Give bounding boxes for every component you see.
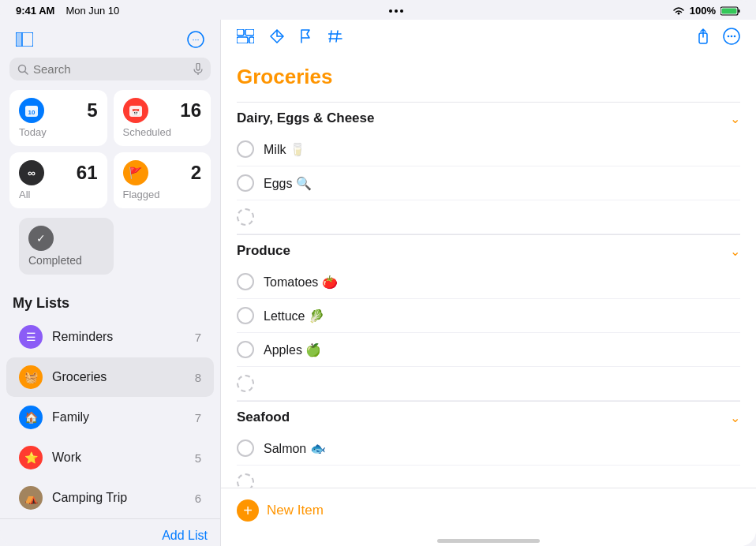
- list-item-camping[interactable]: ⛺ Camping Trip 6: [6, 478, 214, 518]
- apples-checkbox[interactable]: [237, 341, 254, 358]
- all-label: All: [19, 189, 98, 200]
- eggs-checkbox[interactable]: [237, 174, 254, 192]
- smart-card-all[interactable]: ∞ 61 All: [9, 152, 107, 208]
- content-toolbar: [221, 20, 756, 57]
- svg-rect-2: [722, 8, 737, 13]
- svg-line-22: [336, 31, 338, 42]
- today-count: 5: [87, 99, 97, 122]
- smart-card-scheduled[interactable]: 📅 16 Scheduled: [114, 90, 211, 146]
- sidebar-more-icon[interactable]: ···: [184, 28, 208, 51]
- flag-icon[interactable]: [300, 29, 313, 47]
- seafood-add-row[interactable]: [237, 466, 740, 488]
- svg-rect-3: [16, 32, 22, 47]
- completed-icon: ✓: [28, 226, 54, 251]
- all-icon: ∞: [19, 160, 44, 185]
- sidebar: ···: [0, 20, 221, 546]
- lettuce-checkbox[interactable]: [237, 307, 254, 324]
- tomatoes-row[interactable]: Tomatoes 🍅: [237, 265, 740, 299]
- completed-label: Completed: [28, 254, 82, 267]
- list-item-work[interactable]: ⭐ Work 5: [6, 438, 214, 477]
- seafood-title: Seafood: [237, 410, 290, 425]
- eggs-row[interactable]: Eggs 🔍: [237, 166, 740, 200]
- wifi-icon: [672, 6, 685, 16]
- lettuce-text: Lettuce 🥬: [264, 309, 740, 323]
- status-bar: 9:41 AM Mon Jun 10 100%: [0, 0, 756, 20]
- apples-row[interactable]: Apples 🍏: [237, 333, 740, 367]
- completed-item[interactable]: ✓ Completed: [19, 218, 114, 275]
- grid-icon[interactable]: [237, 29, 254, 47]
- produce-header: Produce ⌄: [237, 234, 740, 265]
- home-indicator: [221, 533, 756, 546]
- family-icon: 🏠: [19, 406, 43, 429]
- section-dairy: Dairy, Eggs & Cheese ⌄ Milk 🥛 Eggs 🔍: [237, 102, 740, 234]
- seafood-add-circle[interactable]: [237, 473, 254, 488]
- more-icon[interactable]: [723, 28, 740, 49]
- dairy-add-circle[interactable]: [237, 208, 254, 226]
- smart-card-today[interactable]: 10 5 Today: [9, 90, 107, 146]
- svg-rect-20: [249, 37, 254, 43]
- dairy-chevron[interactable]: ⌄: [730, 111, 740, 126]
- lists-container: ☰ Reminders 7 🧺 Groceries 8 🏠: [0, 316, 220, 518]
- produce-chevron[interactable]: ⌄: [730, 244, 740, 259]
- svg-text:···: ···: [192, 35, 199, 44]
- list-title: Groceries: [237, 57, 740, 102]
- search-icon: [17, 64, 28, 75]
- location-icon[interactable]: [270, 29, 284, 47]
- work-count: 5: [195, 451, 201, 465]
- seafood-chevron[interactable]: ⌄: [730, 410, 740, 425]
- ipad-frame: 9:41 AM Mon Jun 10 100%: [0, 0, 756, 546]
- list-item-reminders[interactable]: ☰ Reminders 7: [6, 317, 214, 357]
- groceries-name: Groceries: [52, 370, 185, 384]
- hash-icon[interactable]: [328, 29, 342, 47]
- new-item-plus-icon[interactable]: +: [237, 499, 259, 522]
- milk-checkbox[interactable]: [237, 140, 254, 158]
- svg-rect-1: [739, 9, 740, 13]
- all-count: 61: [77, 162, 98, 184]
- milk-row[interactable]: Milk 🥛: [237, 133, 740, 166]
- sidebar-toggle-icon[interactable]: [13, 28, 36, 51]
- new-item-label[interactable]: New Item: [267, 503, 324, 518]
- eggs-text: Eggs 🔍: [264, 176, 740, 191]
- camping-name: Camping Trip: [52, 491, 185, 505]
- svg-rect-19: [237, 37, 248, 43]
- svg-rect-10: [196, 63, 200, 70]
- flagged-label: Flagged: [123, 189, 202, 200]
- list-item-groceries[interactable]: 🧺 Groceries 8: [6, 357, 214, 397]
- produce-title: Produce: [237, 243, 290, 259]
- svg-text:📅: 📅: [132, 108, 140, 116]
- mic-icon[interactable]: [193, 63, 203, 76]
- camping-count: 6: [195, 492, 201, 505]
- new-item-bar[interactable]: + New Item: [221, 488, 756, 533]
- scheduled-icon: 📅: [123, 98, 148, 123]
- search-input[interactable]: [33, 62, 189, 76]
- groceries-count: 8: [195, 371, 201, 384]
- groceries-icon: 🧺: [19, 365, 43, 389]
- dot1: [389, 9, 392, 13]
- battery-label: 100%: [690, 5, 716, 17]
- share-icon[interactable]: [696, 28, 710, 48]
- smart-card-flagged[interactable]: 🚩 2 Flagged: [114, 152, 211, 208]
- main-content: Groceries Dairy, Eggs & Cheese ⌄ Milk 🥛 …: [221, 20, 756, 546]
- add-list-button[interactable]: Add List: [0, 518, 220, 546]
- section-produce: Produce ⌄ Tomatoes 🍅 Lettuce 🥬 Apples 🍏: [237, 234, 740, 401]
- produce-add-row[interactable]: [237, 367, 740, 401]
- reminders-name: Reminders: [52, 330, 185, 344]
- family-name: Family: [52, 410, 185, 424]
- battery-icon: [720, 6, 740, 16]
- lettuce-row[interactable]: Lettuce 🥬: [237, 299, 740, 333]
- status-right: 100%: [672, 5, 740, 17]
- salmon-row[interactable]: Salmon 🐟: [237, 432, 740, 466]
- produce-add-circle[interactable]: [237, 375, 254, 392]
- tomatoes-checkbox[interactable]: [237, 273, 254, 290]
- dairy-add-row[interactable]: [237, 200, 740, 234]
- list-item-family[interactable]: 🏠 Family 7: [6, 398, 214, 437]
- status-date: Mon Jun 10: [65, 5, 119, 17]
- salmon-checkbox[interactable]: [237, 439, 254, 457]
- home-bar: [437, 539, 540, 543]
- family-count: 7: [195, 411, 201, 424]
- search-bar[interactable]: [9, 58, 211, 80]
- reminders-icon: ☰: [19, 325, 43, 349]
- toolbar-left: [237, 29, 342, 47]
- section-seafood: Seafood ⌄ Salmon 🐟: [237, 401, 740, 488]
- apples-text: Apples 🍏: [264, 342, 740, 357]
